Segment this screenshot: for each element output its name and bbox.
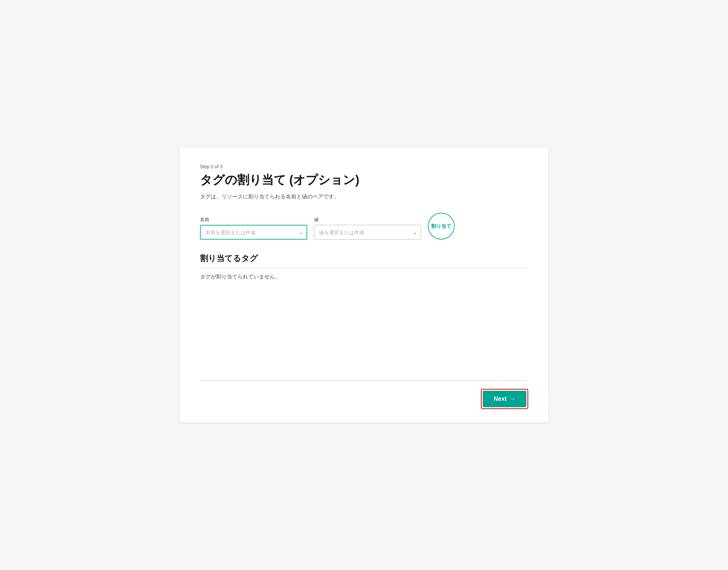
- value-select-wrapper: 値を選択または作成 ⌄: [314, 225, 421, 240]
- page-title: タグの割り当て (オプション): [200, 172, 528, 188]
- next-button-label: Next: [493, 395, 507, 402]
- name-field: 名前 名前を選択または作成 ⌄: [200, 217, 307, 240]
- footer-row: Next →: [200, 389, 528, 409]
- next-arrow-icon: →: [510, 395, 516, 402]
- name-label: 名前: [200, 217, 307, 223]
- tags-section: 割り当てるタグ タグが割り当てられていません。: [200, 253, 528, 280]
- name-select-wrapper: 名前を選択または作成 ⌄: [200, 225, 307, 240]
- next-button-highlight: Next →: [481, 389, 528, 409]
- tags-divider: [200, 268, 528, 268]
- value-select[interactable]: 値を選択または作成: [314, 225, 421, 240]
- next-button[interactable]: Next →: [483, 391, 526, 407]
- value-label: 値: [314, 217, 421, 223]
- form-row: 名前 名前を選択または作成 ⌄ 値 値を選択または作成 ⌄ 割り当て: [200, 213, 528, 240]
- tags-section-title: 割り当てるタグ: [200, 253, 528, 264]
- page-description: タグは、リソースに割り当てられる名前と値のペアです。: [200, 192, 341, 201]
- step-label-text: Step 2 of 3: [200, 164, 528, 169]
- assign-button[interactable]: 割り当て: [428, 213, 455, 240]
- page-container: Step 2 of 3 タグの割り当て (オプション) タグは、リソースに割り当…: [180, 148, 548, 423]
- bottom-divider: [200, 380, 528, 381]
- name-select[interactable]: 名前を選択または作成: [200, 225, 307, 240]
- tags-empty-message: タグが割り当てられていません。: [200, 273, 528, 280]
- value-field: 値 値を選択または作成 ⌄: [314, 217, 421, 240]
